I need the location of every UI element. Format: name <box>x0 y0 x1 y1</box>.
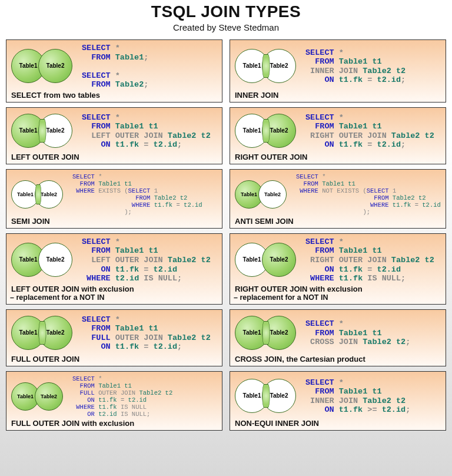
panel-caption: LEFT OUTER JOIN <box>10 151 218 161</box>
venn-intersection <box>262 119 270 143</box>
panel-p1: Table1Table2SELECT * FROM Table1 t1 INNE… <box>230 39 446 103</box>
venn-circle-right: Table2 <box>38 243 72 277</box>
venn-intersection <box>262 384 270 408</box>
panel-caption: NON-EQUI INNER JOIN <box>234 418 442 428</box>
venn-diagram: Table1Table2 <box>10 380 69 413</box>
venn-diagram: Table1Table2 <box>234 313 302 353</box>
panel-caption: SELECT from two tables <box>10 90 218 100</box>
panel-caption: FULL OUTER JOIN with exclusion <box>10 418 218 428</box>
sql-code: SELECT * FROM Table1 t1 INNER JOIN Table… <box>305 48 442 85</box>
panel-caption: INNER JOIN <box>234 90 442 100</box>
panel-p0: Table1Table2SELECT * FROM Table1; SELECT… <box>6 39 222 103</box>
panel-caption: ANTI SEMI JOIN <box>234 216 442 226</box>
panel-p7: Table1Table2SELECT * FROM Table1 t1 RIGH… <box>230 233 446 305</box>
sql-code: SELECT * FROM Table1 t1 CROSS JOIN Table… <box>305 319 442 347</box>
panel-caption: RIGHT OUTER JOIN with exclusion <box>234 283 442 293</box>
sql-code: SELECT * FROM Table1 t1 FULL OUTER JOIN … <box>82 315 218 352</box>
panel-caption: LEFT OUTER JOIN with exclusion <box>10 283 218 293</box>
panel-caption: SEMI JOIN <box>10 216 218 226</box>
panel-p6: Table1Table2SELECT * FROM Table1 t1 LEFT… <box>6 233 222 305</box>
sql-code: SELECT * FROM Table1 t1 INNER JOIN Table… <box>305 378 442 415</box>
venn-diagram: Table1Table2 <box>10 178 69 211</box>
panel-p4: Table1Table2SELECT * FROM Table1 t1 WHER… <box>6 169 222 229</box>
panel-grid: Table1Table2SELECT * FROM Table1; SELECT… <box>0 37 452 437</box>
venn-circle-right: Table2 <box>35 382 63 411</box>
page-subtitle: Created by Steve Stedman <box>0 22 452 32</box>
sql-code: SELECT * FROM Table1 t1 FULL OUTER JOIN … <box>72 375 218 418</box>
venn-diagram: Table1Table2 <box>10 240 78 280</box>
venn-diagram: Table1Table2 <box>234 376 302 416</box>
panel-p8: Table1Table2SELECT * FROM Table1 t1 FULL… <box>6 309 222 366</box>
header: TSQL JOIN TYPES Created by Steve Stedman <box>0 0 452 37</box>
sql-code: SELECT * FROM Table1; SELECT * FROM Tabl… <box>82 44 218 90</box>
sql-code: SELECT * FROM Table1 t1 RIGHT OUTER JOIN… <box>305 113 442 150</box>
venn-diagram: Table1Table2 <box>10 47 78 87</box>
venn-diagram: Table1Table2 <box>10 313 78 353</box>
sql-code: SELECT * FROM Table1 t1 WHERE EXISTS (SE… <box>72 173 218 216</box>
panel-subcaption: – replacement for a NOT IN <box>10 293 218 302</box>
sql-code: SELECT * FROM Table1 t1 LEFT OUTER JOIN … <box>82 237 218 283</box>
venn-diagram: Table1Table2 <box>234 178 293 211</box>
panel-p9: Table1Table2SELECT * FROM Table1 t1 CROS… <box>230 309 446 366</box>
venn-intersection <box>35 184 41 204</box>
panel-p3: Table1Table2SELECT * FROM Table1 t1 RIGH… <box>230 107 446 164</box>
venn-intersection <box>262 54 270 78</box>
panel-caption: RIGHT OUTER JOIN <box>234 151 442 161</box>
venn-circle-right: Table2 <box>262 243 296 277</box>
panel-p2: Table1Table2SELECT * FROM Table1 t1 LEFT… <box>6 107 222 164</box>
sql-code: SELECT * FROM Table1 t1 LEFT OUTER JOIN … <box>82 113 218 150</box>
venn-diagram: Table1Table2 <box>10 111 78 151</box>
venn-intersection <box>262 321 270 345</box>
panel-p5: Table1Table2SELECT * FROM Table1 t1 WHER… <box>230 169 446 229</box>
venn-diagram: Table1Table2 <box>234 111 302 151</box>
sql-code: SELECT * FROM Table1 t1 RIGHT OUTER JOIN… <box>305 237 442 283</box>
venn-circle-right: Table2 <box>258 180 287 209</box>
page-title: TSQL JOIN TYPES <box>0 2 452 21</box>
panel-p11: Table1Table2SELECT * FROM Table1 t1 INNE… <box>230 371 446 431</box>
panel-caption: FULL OUTER JOIN <box>10 353 218 363</box>
venn-intersection <box>39 321 46 345</box>
panel-caption: CROSS JOIN, the Cartesian product <box>234 353 442 363</box>
venn-diagram: Table1Table2 <box>234 47 302 87</box>
panel-subcaption: – replacement for a NOT IN <box>234 293 442 302</box>
venn-intersection <box>39 119 46 143</box>
venn-diagram: Table1Table2 <box>234 240 302 280</box>
venn-circle-right: Table2 <box>38 49 72 83</box>
panel-p10: Table1Table2SELECT * FROM Table1 t1 FULL… <box>6 371 222 431</box>
sql-code: SELECT * FROM Table1 t1 WHERE NOT EXISTS… <box>296 173 442 216</box>
